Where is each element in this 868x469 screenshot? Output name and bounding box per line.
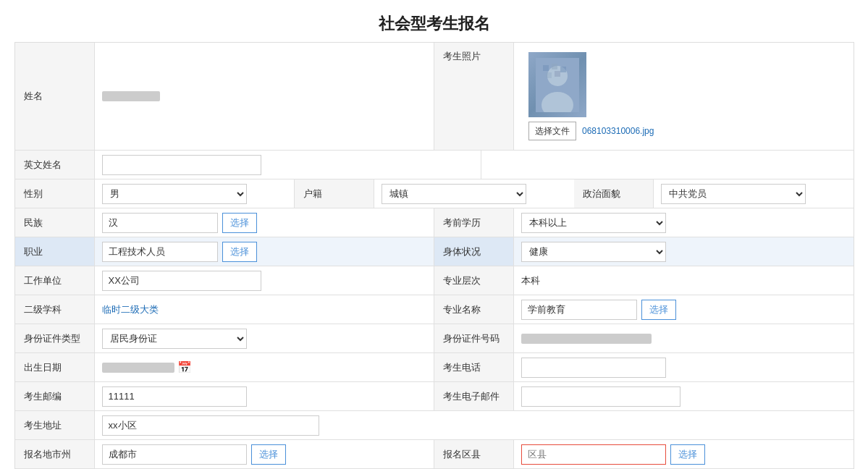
major-level-value-cell: 本科 [514,266,854,295]
specialty-value-cell: 选择 [514,295,854,324]
postcode-input[interactable] [102,386,247,407]
svg-rect-3 [543,65,549,71]
svg-rect-4 [552,64,557,69]
row-ethnicity-education: 民族 选择 考前学历 本科以上 本科 专科 高中 初中及以下 [15,208,854,237]
gender-value-cell: 男 女 [95,179,295,208]
occupation-value-cell: 选择 [95,237,435,266]
birth-label: 出生日期 [15,353,95,381]
id-type-value-cell: 居民身份证 军官证 护照 港澳台居民通行证 [95,324,435,352]
email-value-cell [514,382,854,410]
row-idtype-idnumber: 身份证件类型 居民身份证 军官证 护照 港澳台居民通行证 身份证件号码 [15,324,854,353]
photo-area: 选择文件 068103310006.jpg [521,46,661,146]
english-name-spacer [481,151,854,179]
major-level-label: 专业层次 [434,266,514,295]
row-address: 考生地址 [15,411,854,440]
id-type-label: 身份证件类型 [15,324,95,352]
name-blurred [102,91,160,101]
english-name-input[interactable] [102,155,261,175]
email-input[interactable] [521,386,681,407]
photo-svg [536,58,579,112]
svg-rect-6 [546,72,552,78]
photo-label: 考生照片 [434,43,514,150]
health-label: 身体状况 [434,237,514,266]
political-label: 政治面貌 [574,179,654,208]
secondary-subject-value: 临时二级大类 [102,303,159,316]
work-unit-input[interactable] [102,271,261,291]
city-value-cell: 选择 [95,440,435,468]
photo-filename: 068103310006.jpg [582,126,654,136]
row-name-photo: 姓名 考生照片 [15,43,854,151]
postcode-value-cell [95,382,435,410]
registration-form: 姓名 考生照片 [14,42,854,469]
occupation-label: 职业 [15,237,95,266]
row-english-name: 英文姓名 [15,151,854,179]
postcode-label: 考生邮编 [15,382,95,410]
email-label: 考生电子邮件 [434,382,514,410]
education-select[interactable]: 本科以上 本科 专科 高中 初中及以下 [521,213,666,233]
phone-label: 考生电话 [434,353,514,381]
photo-controls: 选择文件 068103310006.jpg [528,122,654,140]
health-select[interactable]: 健康 残疾 [521,242,666,262]
huji-label: 户籍 [295,179,374,208]
row-postcode-email: 考生邮编 考生电子邮件 [15,382,854,411]
occupation-select-button[interactable]: 选择 [222,242,257,262]
address-input[interactable] [102,415,319,436]
secondary-subject-value-cell: 临时二级大类 [95,295,435,324]
birth-blurred [102,363,174,373]
work-unit-label: 工作单位 [15,266,95,295]
phone-input[interactable] [521,358,666,378]
photo-cell: 选择文件 068103310006.jpg [514,43,854,150]
date-input-wrap: 📅 [102,360,192,374]
choose-file-button[interactable]: 选择文件 [528,122,576,140]
district-value-cell: 选择 [514,440,854,468]
row-workunit-majorlevel: 工作单位 专业层次 本科 [15,266,854,295]
calendar-icon[interactable]: 📅 [177,360,192,374]
photo-placeholder [528,52,586,117]
row-birth-phone: 出生日期 📅 考生电话 [15,353,854,382]
name-value-cell [95,43,435,150]
occupation-input[interactable] [102,242,218,262]
major-level-value: 本科 [521,274,540,287]
ethnicity-label: 民族 [15,208,95,237]
row-city-district: 报名地市州 选择 报名区县 选择 [15,440,854,469]
specialty-input[interactable] [521,300,637,320]
health-value-cell: 健康 残疾 [514,237,854,266]
name-label: 姓名 [15,43,95,150]
political-select[interactable]: 中共党员 共青团员 群众 其他 [661,184,806,204]
district-select-button[interactable]: 选择 [670,444,705,465]
ethnicity-select-button[interactable]: 选择 [222,213,257,233]
city-select-button[interactable]: 选择 [251,444,286,465]
specialty-select-button[interactable]: 选择 [641,300,676,320]
education-value-cell: 本科以上 本科 专科 高中 初中及以下 [514,208,854,237]
gender-label: 性别 [15,179,95,208]
specialty-label: 专业名称 [434,295,514,324]
gender-select[interactable]: 男 女 [102,184,247,204]
phone-value-cell [514,353,854,381]
row-gender-huji: 性别 男 女 户籍 城镇 农村 政治面貌 中共党员 共青团员 群众 其他 [15,179,854,208]
id-number-value-cell [514,324,854,352]
district-input[interactable] [521,444,666,465]
huji-select[interactable]: 城镇 农村 [382,184,526,204]
city-label: 报名地市州 [15,440,95,468]
svg-rect-5 [560,67,566,72]
address-value-cell [95,411,854,439]
row-occupation-health: 职业 选择 身体状况 健康 残疾 [15,237,854,266]
birth-value-cell: 📅 [95,353,435,381]
city-input[interactable] [102,444,247,465]
svg-rect-7 [555,71,560,77]
district-label: 报名区县 [434,440,514,468]
english-name-label: 英文姓名 [15,151,95,179]
id-number-label: 身份证件号码 [434,324,514,352]
page-title: 社会型考生报名 [0,0,868,42]
english-name-value-cell [95,151,482,179]
address-label: 考生地址 [15,411,95,439]
education-label: 考前学历 [434,208,514,237]
huji-value-cell: 城镇 农村 [374,179,574,208]
work-unit-value-cell [95,266,435,295]
ethnicity-value-cell: 选择 [95,208,435,237]
id-number-blurred [521,334,652,344]
id-type-select[interactable]: 居民身份证 军官证 护照 港澳台居民通行证 [102,329,247,349]
photo-box [528,52,586,117]
ethnicity-input[interactable] [102,213,218,233]
row-secondary-specialty: 二级学科 临时二级大类 专业名称 选择 [15,295,854,324]
